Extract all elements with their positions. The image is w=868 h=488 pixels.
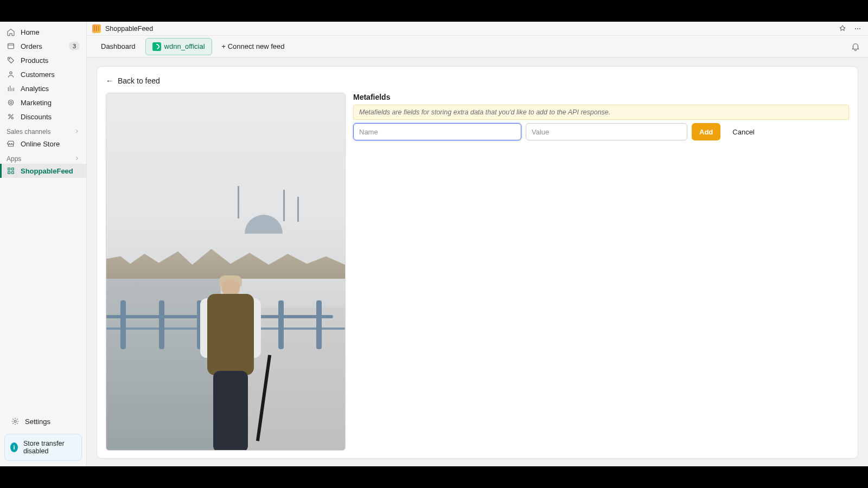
section-sales-channels[interactable]: Sales channels: [0, 124, 86, 137]
nav-orders[interactable]: Orders 3: [0, 39, 86, 53]
nav-home[interactable]: Home: [0, 25, 86, 39]
nav-label: Marketing: [21, 99, 52, 107]
svg-point-5: [9, 114, 10, 116]
nav-label: Home: [21, 28, 40, 36]
target-icon: [7, 98, 15, 107]
letterbox-top: [0, 0, 868, 22]
tab-connect-new[interactable]: + Connect new feed: [215, 38, 291, 54]
percent-icon: [7, 112, 15, 121]
metafield-value-input[interactable]: [526, 123, 687, 140]
nav-label: ShoppableFeed: [21, 167, 73, 175]
section-apps[interactable]: Apps: [0, 151, 86, 164]
letterbox-bottom: [0, 466, 868, 488]
nav-analytics[interactable]: Analytics: [0, 81, 86, 95]
user-icon: [7, 70, 15, 79]
svg-rect-0: [8, 43, 14, 48]
nav-app-shoppablefeed[interactable]: ShoppableFeed: [0, 164, 86, 178]
tag-icon: [7, 56, 15, 65]
svg-point-4: [10, 101, 12, 104]
app-logo-icon: [92, 24, 101, 33]
svg-rect-10: [11, 171, 14, 174]
nav-settings[interactable]: Settings: [4, 414, 82, 428]
embedded-app-header: ShoppableFeed: [87, 22, 868, 36]
nav-label: Analytics: [21, 85, 49, 93]
nav-label: Settings: [25, 418, 50, 426]
add-button[interactable]: Add: [692, 123, 720, 140]
app-grid-icon: [7, 166, 15, 175]
nav-label: Products: [21, 56, 48, 65]
metafields-heading: Metafields: [353, 93, 849, 101]
svg-rect-8: [11, 168, 14, 170]
analytics-icon: [7, 84, 15, 93]
back-label: Back to feed: [118, 76, 160, 85]
orders-badge: 3: [69, 42, 80, 50]
detail-card: ← Back to feed: [97, 66, 858, 459]
chevron-right-icon: [74, 155, 80, 163]
svg-point-11: [14, 420, 16, 422]
svg-rect-7: [8, 168, 10, 170]
pin-icon[interactable]: [838, 24, 847, 34]
svg-point-12: [855, 28, 856, 29]
section-label-text: Sales channels: [7, 128, 50, 136]
tab-label: + Connect new feed: [222, 42, 285, 50]
svg-point-14: [859, 28, 860, 29]
back-to-feed-link[interactable]: ← Back to feed: [106, 76, 160, 85]
svg-rect-9: [8, 171, 10, 174]
nav-label: Customers: [21, 70, 55, 79]
app-viewport: Home Orders 3 Products Customers Analyti…: [0, 22, 868, 466]
main-column: ShoppableFeed Dashboard wdnn_official + …: [87, 22, 868, 466]
store-icon: [7, 139, 15, 148]
gear-icon: [11, 417, 20, 426]
nav-discounts[interactable]: Discounts: [0, 110, 86, 124]
nav-online-store[interactable]: Online Store: [0, 137, 86, 151]
content-area[interactable]: ← Back to feed: [87, 57, 868, 466]
nav-label: Discounts: [21, 113, 52, 121]
metafields-column: Metafields Metafields are fields for sto…: [353, 93, 849, 140]
tab-dashboard[interactable]: Dashboard: [94, 38, 142, 54]
tab-label: wdnn_official: [164, 42, 205, 50]
metafields-note: Metafields are fields for storing extra …: [353, 105, 849, 120]
home-icon: [7, 28, 15, 36]
nav-label: Online Store: [21, 140, 60, 148]
status-text: Store transfer disabled: [23, 440, 76, 455]
svg-point-1: [9, 59, 10, 60]
media-preview[interactable]: [106, 93, 346, 451]
admin-sidebar: Home Orders 3 Products Customers Analyti…: [0, 22, 87, 466]
nav-marketing[interactable]: Marketing: [0, 95, 86, 110]
metafield-name-input[interactable]: [353, 123, 521, 140]
nav-label: Orders: [21, 42, 42, 50]
svg-point-3: [8, 100, 13, 105]
chevron-right-icon: [74, 128, 80, 136]
section-label-text: Apps: [7, 155, 21, 163]
svg-point-13: [857, 28, 858, 29]
tab-feed-wdnn[interactable]: wdnn_official: [145, 38, 212, 55]
tab-label: Dashboard: [101, 42, 136, 50]
tiktok-icon: [152, 42, 161, 51]
metafields-form: Add Cancel: [353, 123, 849, 140]
more-icon[interactable]: [853, 24, 863, 34]
arrow-left-icon: ←: [106, 76, 113, 85]
bell-icon[interactable]: [851, 42, 860, 52]
feed-tabs-bar: Dashboard wdnn_official + Connect new fe…: [87, 36, 868, 57]
svg-point-6: [11, 117, 13, 119]
nav-products[interactable]: Products: [0, 53, 86, 67]
app-title: ShoppableFeed: [105, 25, 153, 33]
store-transfer-card[interactable]: i Store transfer disabled: [4, 434, 82, 461]
detail-row: Metafields Metafields are fields for sto…: [106, 93, 849, 451]
svg-point-2: [10, 72, 12, 74]
info-icon: i: [10, 442, 18, 452]
cancel-button[interactable]: Cancel: [725, 123, 762, 140]
orders-icon: [7, 42, 15, 50]
nav-customers[interactable]: Customers: [0, 67, 86, 81]
